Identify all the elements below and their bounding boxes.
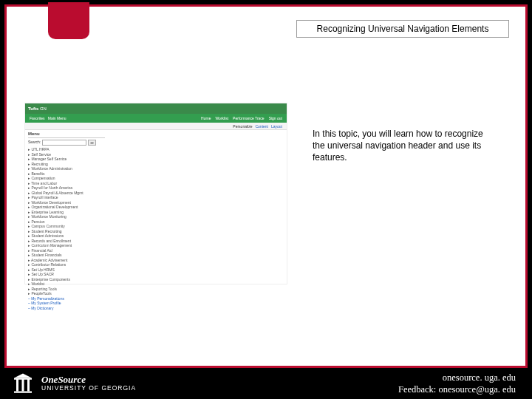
- app-brand-sub: GN: [40, 106, 47, 111]
- footer-brand: OneSource UNIVERSITY OF GEORGIA: [41, 375, 136, 392]
- app-header: Tufts GN: [25, 103, 287, 114]
- nav-home[interactable]: Home: [201, 116, 211, 120]
- slide-title: Recognizing Universal Navigation Element…: [296, 20, 509, 38]
- footer-brand-line1: OneSource: [41, 375, 136, 385]
- nav-worklist[interactable]: Worklist: [215, 116, 228, 120]
- search-label: Search:: [28, 140, 41, 146]
- svg-rect-2: [22, 379, 24, 392]
- footer: OneSource UNIVERSITY OF GEORGIA onesourc…: [0, 368, 532, 399]
- slide-frame: Recognizing Universal Navigation Element…: [4, 4, 528, 368]
- search-input[interactable]: [42, 140, 86, 146]
- svg-rect-1: [16, 379, 18, 392]
- footer-feedback: Feedback: onesource@uga. edu: [398, 383, 516, 395]
- subnav-layout[interactable]: Layout: [271, 124, 282, 129]
- svg-rect-4: [14, 378, 32, 380]
- search-row: Search: ≫: [28, 140, 105, 146]
- embedded-screenshot: Tufts GN Favorites Main Menu Home Workli…: [24, 103, 287, 284]
- search-go-button[interactable]: ≫: [88, 140, 96, 146]
- app-body: Menu Search: ≫ ▸ UTL HRPA▸ Self Service▸…: [25, 130, 287, 312]
- subnav-content[interactable]: Content: [255, 124, 268, 129]
- nav-favorites[interactable]: Favorites: [30, 116, 45, 120]
- nav-signout[interactable]: Sign out: [269, 116, 282, 120]
- top-nav-right: Home Worklist Performance Trace Sign out: [201, 116, 282, 120]
- slide-title-text: Recognizing Universal Navigation Element…: [317, 24, 489, 34]
- red-accent-tab: [48, 2, 89, 39]
- top-nav: Favorites Main Menu Home Worklist Perfor…: [25, 114, 287, 123]
- footer-left: OneSource UNIVERSITY OF GEORGIA: [12, 372, 136, 395]
- svg-rect-0: [14, 392, 32, 393]
- footer-url: onesource. uga. edu: [398, 372, 516, 383]
- svg-rect-3: [27, 379, 30, 392]
- uga-arch-logo: [12, 372, 34, 395]
- nav-main-menu[interactable]: Main Menu: [48, 116, 66, 120]
- subnav-personalize: Personalize: [233, 124, 252, 129]
- footer-brand-line2: UNIVERSITY OF GEORGIA: [41, 385, 136, 392]
- footer-right: onesource. uga. edu Feedback: onesource@…: [398, 372, 516, 396]
- top-nav-left: Favorites Main Menu: [30, 116, 66, 120]
- menu-title: Menu: [28, 132, 105, 138]
- sidebar: Menu Search: ≫ ▸ UTL HRPA▸ Self Service▸…: [25, 130, 108, 312]
- sub-nav: Personalize Content Layout: [25, 123, 287, 130]
- sidebar-list: ▸ UTL HRPA▸ Self Service▸ Manager Self S…: [28, 147, 105, 310]
- app-brand: Tufts: [28, 106, 38, 111]
- nav-perf-trace[interactable]: Performance Trace: [233, 116, 265, 120]
- sidebar-link[interactable]: – My Dictionary: [28, 306, 105, 311]
- body-text: In this topic, you will learn how to rec…: [313, 128, 497, 164]
